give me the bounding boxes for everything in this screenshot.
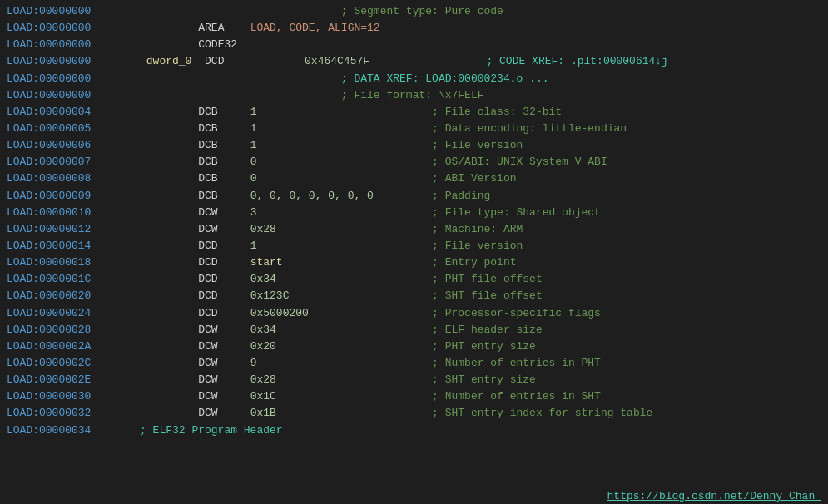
line-operand: 1	[250, 121, 432, 137]
line-addr: LOAD:00000012	[7, 221, 140, 238]
line-comment: ; ELF header size	[432, 322, 543, 338]
line-mnemonic: DCB	[146, 121, 250, 137]
code-line: LOAD:00000008 DCB 0 ; ABI Version	[0, 170, 828, 187]
line-addr: LOAD:00000000	[7, 53, 140, 70]
code-line: LOAD:00000014 DCD 1 ; File version	[0, 238, 828, 254]
line-operand: 9	[250, 355, 432, 372]
line-pad2	[146, 71, 341, 87]
line-operand: 0x5000200	[250, 305, 432, 322]
line-comment: ; File format: \x7FELF	[341, 87, 484, 104]
line-mnemonic: DCW	[146, 405, 250, 422]
code-line: LOAD:00000032 DCW 0x1B ; SHT entry index…	[0, 405, 828, 422]
line-addr: LOAD:00000032	[7, 405, 140, 422]
line-operand: 0x34	[250, 322, 432, 338]
line-pad2	[146, 87, 341, 104]
line-comment: ; PHT file offset	[432, 271, 543, 288]
line-mnemonic: DCB	[146, 137, 250, 154]
line-operand: 0x34	[250, 271, 432, 288]
code-line: LOAD:00000004 DCB 1 ; File class: 32-bit	[0, 104, 828, 121]
line-mnemonic: DCD	[205, 53, 305, 70]
line-mnemonic: CODE32	[146, 37, 250, 53]
code-line: LOAD:00000024 DCD 0x5000200 ; Processor-…	[0, 305, 828, 322]
code-line: LOAD:00000000 CODE32	[0, 37, 828, 53]
code-line: LOAD:00000000 dword_0 DCD 0x464C457F ; C…	[0, 53, 828, 70]
line-addr: LOAD:00000000	[7, 71, 140, 87]
code-line: LOAD:00000018 DCD start ; Entry point	[0, 254, 828, 271]
line-comment: ; File type: Shared object	[432, 205, 601, 221]
code-line: LOAD:00000006 DCB 1 ; File version	[0, 137, 828, 154]
line-mnemonic: DCD	[146, 238, 250, 254]
line-mnemonic: DCW	[146, 221, 250, 238]
code-line: LOAD:00000000 ; Segment type: Pure code	[0, 3, 828, 20]
line-comment: ; Segment type: Pure code	[341, 3, 503, 20]
line-operand: start	[250, 254, 432, 271]
line-pad	[140, 3, 146, 20]
line-addr: LOAD:00000000	[7, 87, 140, 104]
line-operand: 0x123C	[250, 288, 432, 304]
code-container: LOAD:00000000 ; Segment type: Pure codeL…	[0, 0, 828, 504]
line-addr: LOAD:00000000	[7, 3, 140, 20]
code-line: LOAD:0000002E DCW 0x28 ; SHT entry size	[0, 372, 828, 388]
line-pad	[140, 355, 146, 372]
line-addr: LOAD:00000018	[7, 254, 140, 271]
line-mnemonic: DCW	[146, 338, 250, 355]
line-comment: ; SHT entry index for string table	[432, 405, 652, 422]
line-operand: 0, 0, 0, 0, 0, 0, 0	[250, 188, 432, 205]
line-operand: 0	[250, 170, 432, 187]
line-pad	[140, 388, 146, 405]
line-addr: LOAD:00000008	[7, 170, 140, 187]
line-pad	[140, 87, 146, 104]
line-pad	[140, 221, 146, 238]
line-pad	[140, 71, 146, 87]
line-pad	[140, 254, 146, 271]
line-pad	[140, 322, 146, 338]
line-pad	[140, 121, 146, 137]
line-pad	[140, 205, 146, 221]
line-operand: 1	[250, 238, 432, 254]
line-operand: 3	[250, 205, 432, 221]
line-addr: LOAD:00000030	[7, 388, 140, 405]
line-operand: 0x28	[250, 372, 432, 388]
code-line: LOAD:00000010 DCW 3 ; File type: Shared …	[0, 205, 828, 221]
line-comment: ; Machine: ARM	[432, 221, 523, 238]
line-mnemonic: DCW	[146, 372, 250, 388]
line-mnemonic: DCW	[146, 322, 250, 338]
line-comment: ; PHT entry size	[432, 338, 536, 355]
code-line: LOAD:0000002A DCW 0x20 ; PHT entry size	[0, 338, 828, 355]
line-pad	[140, 170, 146, 187]
code-line: LOAD:00000000 AREA LOAD, CODE, ALIGN=12	[0, 20, 828, 37]
line-mnemonic: DCW	[146, 205, 250, 221]
line-pad	[140, 288, 146, 304]
line-addr: LOAD:0000002E	[7, 372, 140, 388]
line-addr: LOAD:00000000	[7, 20, 140, 37]
line-mnemonic: DCD	[146, 254, 250, 271]
code-line: LOAD:00000000 ; DATA XREF: LOAD:00000234…	[0, 71, 828, 87]
line-operand: 0x464C457F	[305, 53, 486, 70]
line-comment: ; DATA XREF: LOAD:00000234↓o ...	[341, 71, 549, 87]
line-comment: ; Data encoding: little-endian	[432, 121, 627, 137]
code-line: LOAD:00000005 DCB 1 ; Data encoding: lit…	[0, 121, 828, 137]
line-addr: LOAD:00000006	[7, 137, 140, 154]
line-addr: LOAD:00000010	[7, 205, 140, 221]
source-url[interactable]: https://blog.csdn.net/Denny_Chan_	[607, 490, 821, 502]
line-addr: LOAD:00000024	[7, 305, 140, 322]
bottom-bar: https://blog.csdn.net/Denny_Chan_	[601, 488, 828, 504]
line-comment: ; Padding	[432, 188, 490, 205]
line-mnemonic: DCW	[146, 355, 250, 372]
line-addr: LOAD:0000002C	[7, 355, 140, 372]
line-comment: ; File version	[432, 137, 523, 154]
line-comment: ; Number of entries in PHT	[432, 355, 601, 372]
code-line: LOAD:00000030 DCW 0x1C ; Number of entri…	[0, 388, 828, 405]
line-mnemonic: DCW	[146, 388, 250, 405]
line-pad	[140, 20, 146, 37]
line-mnemonic: DCB	[146, 104, 250, 121]
line-comment: ; Processor-specific flags	[432, 305, 601, 322]
line-mnemonic: DCB	[146, 188, 250, 205]
line-addr: LOAD:00000014	[7, 238, 140, 254]
line-comment: ; OS/ABI: UNIX System V ABI	[432, 154, 607, 170]
line-operand: 0x28	[250, 221, 432, 238]
code-line: LOAD:0000002C DCW 9 ; Number of entries …	[0, 355, 828, 372]
line-mnemonic: DCD	[146, 305, 250, 322]
line-pad2	[146, 3, 341, 20]
line-comment: ; File version	[432, 238, 523, 254]
